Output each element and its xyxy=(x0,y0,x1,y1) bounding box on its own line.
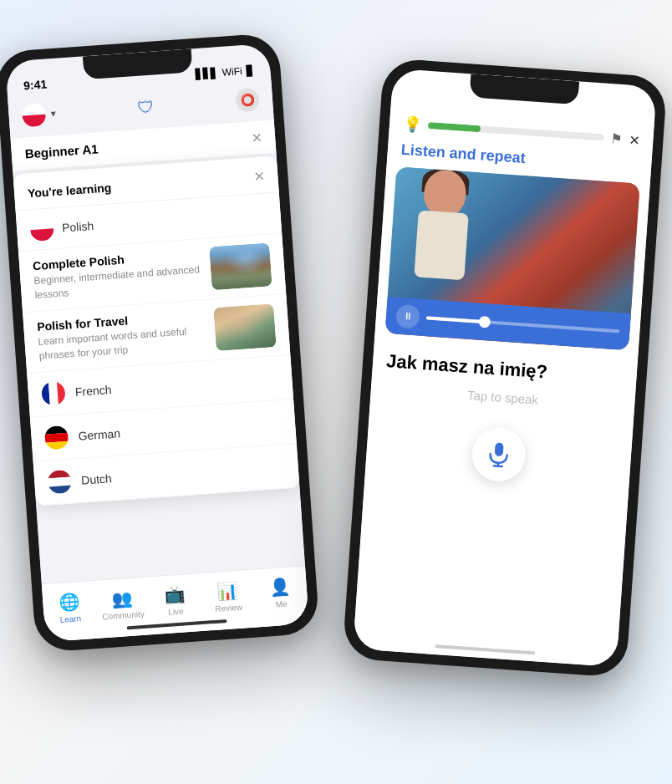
polish-flag-small xyxy=(22,103,47,128)
french-label: French xyxy=(74,383,112,399)
svg-rect-0 xyxy=(495,442,504,456)
left-content: ▾ 🛡 ⭕ Beginner A1 ✕ You're learning ✕ xyxy=(8,80,309,642)
course-thumbnail-travel xyxy=(213,303,276,351)
wifi-icon: WiFi xyxy=(221,65,242,79)
community-icon: 👥 xyxy=(111,587,134,608)
svg-line-2 xyxy=(494,466,502,466)
progress-bar xyxy=(428,122,604,141)
signal-icon: ▋▋▋ xyxy=(195,67,218,80)
me-label: Me xyxy=(275,598,288,608)
audio-progress xyxy=(426,316,485,323)
community-label: Community xyxy=(102,608,145,621)
german-label: German xyxy=(78,426,121,442)
phone-right: 💡 ⚑ ✕ Listen and repeat xyxy=(342,58,667,678)
live-icon: 📺 xyxy=(164,583,186,605)
woman-body xyxy=(414,210,468,280)
audio-track[interactable] xyxy=(426,316,620,333)
review-label: Review xyxy=(215,602,242,613)
tab-review[interactable]: 📊 Review xyxy=(201,578,256,613)
profile-avatar: ⭕ xyxy=(235,88,260,113)
beginner-label: Beginner A1 xyxy=(24,141,99,160)
dutch-label: Dutch xyxy=(81,471,113,487)
course-text-travel: Polish for Travel Learn important words … xyxy=(37,308,208,364)
german-flag xyxy=(44,425,69,451)
tab-live[interactable]: 📺 Live xyxy=(148,583,203,618)
beginner-close-button[interactable]: ✕ xyxy=(251,130,262,146)
woman-silhouette xyxy=(404,168,513,308)
flag-row[interactable]: ▾ xyxy=(22,102,57,128)
mic-section xyxy=(364,402,634,507)
learn-icon: 🌐 xyxy=(59,591,81,613)
dropdown-close-button[interactable]: ✕ xyxy=(253,169,265,186)
me-icon: 👤 xyxy=(269,576,292,598)
polish-flag-large xyxy=(29,216,54,242)
tab-bar: 🌐 Learn 👥 Community 📺 Live 📊 Review xyxy=(42,565,309,642)
status-time: 9:41 xyxy=(23,77,48,92)
chevron-down-icon: ▾ xyxy=(50,108,56,120)
mic-icon xyxy=(485,440,513,469)
learn-label: Learn xyxy=(59,613,81,624)
video-section: ⏸ xyxy=(385,166,640,350)
tab-learn[interactable]: 🌐 Learn xyxy=(43,589,98,624)
audio-thumb xyxy=(478,316,491,328)
tab-community[interactable]: 👥 Community xyxy=(95,586,150,621)
dutch-flag xyxy=(47,470,72,495)
french-flag xyxy=(41,381,66,406)
right-content: 💡 ⚑ ✕ Listen and repeat xyxy=(353,105,654,667)
tab-me[interactable]: 👤 Me xyxy=(253,575,308,610)
notch-right xyxy=(469,74,579,104)
polish-label: Polish xyxy=(62,219,94,235)
close-button-right[interactable]: ✕ xyxy=(629,131,640,148)
youre-learning-label: You're learning xyxy=(28,181,112,200)
bulb-icon: 💡 xyxy=(402,115,421,134)
battery-icon: ▊ xyxy=(246,64,254,77)
scene: 9:41 ▋▋▋ WiFi ▊ ▾ xyxy=(0,0,672,784)
shield-icon: 🛡 xyxy=(137,97,155,117)
phone-left: 9:41 ▋▋▋ WiFi ▊ ▾ xyxy=(0,33,320,653)
progress-fill xyxy=(428,122,481,132)
course-text: Complete Polish Beginner, intermediate a… xyxy=(33,247,204,303)
dropdown-panel: You're learning ✕ Polish xyxy=(13,155,300,506)
pause-icon: ⏸ xyxy=(403,310,414,323)
pause-button[interactable]: ⏸ xyxy=(395,304,420,329)
flag-icon-right[interactable]: ⚑ xyxy=(610,130,623,147)
main-sentence: Jak masz na imię? xyxy=(385,350,624,389)
course-thumbnail-city xyxy=(209,242,272,290)
live-label: Live xyxy=(168,606,184,616)
mic-button[interactable] xyxy=(471,426,527,483)
review-icon: 📊 xyxy=(216,580,239,602)
status-icons: ▋▋▋ WiFi ▊ xyxy=(195,64,254,80)
